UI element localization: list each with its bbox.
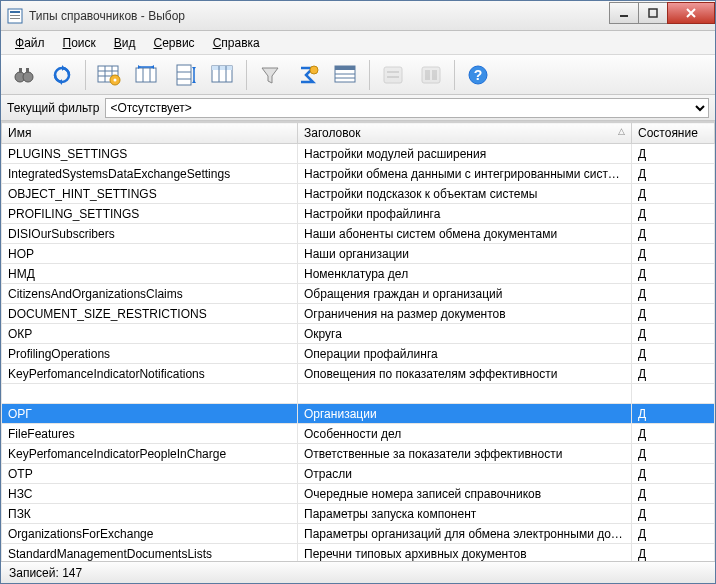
cell-state: Д xyxy=(632,464,715,484)
table-row[interactable]: НМДНоменклатура делД xyxy=(2,264,715,284)
help-button[interactable]: ? xyxy=(461,59,495,91)
cell-title: Номенклатура дел xyxy=(298,264,632,284)
sum-button[interactable] xyxy=(291,59,325,91)
cell-state: Д xyxy=(632,544,715,562)
grid-settings-button[interactable] xyxy=(92,59,126,91)
menu-search[interactable]: Поиск xyxy=(55,33,104,53)
cell-name: CitizensAndOrganizationsClaims xyxy=(2,284,298,304)
data-grid[interactable]: Имя Заголовок△ Состояние PLUGINS_SETTING… xyxy=(1,121,715,561)
records-label: Записей: xyxy=(9,566,59,580)
table-row[interactable]: PROFILING_SETTINGSНастройки профайлингаД xyxy=(2,204,715,224)
menu-service[interactable]: Сервис xyxy=(146,33,203,53)
table-view-button[interactable] xyxy=(329,59,363,91)
table-row[interactable]: CitizensAndOrganizationsClaimsОбращения … xyxy=(2,284,715,304)
column-width-button[interactable] xyxy=(130,59,164,91)
table-row[interactable]: ОТРОтраслиД xyxy=(2,464,715,484)
row-height-icon xyxy=(173,64,197,86)
cell-state: Д xyxy=(632,324,715,344)
binoculars-button[interactable] xyxy=(7,59,41,91)
cell-title: Настройки подсказок к объектам системы xyxy=(298,184,632,204)
cell-name: KeyPerfomanceIndicatorPeopleInCharge xyxy=(2,444,298,464)
form-icon xyxy=(382,65,404,85)
table-row[interactable] xyxy=(2,384,715,404)
close-button[interactable] xyxy=(667,2,715,24)
app-window: Типы справочников - Выбор Файл Поиск Вид… xyxy=(0,0,716,584)
toolbar: ? xyxy=(1,55,715,95)
close-icon xyxy=(685,8,697,18)
menubar: Файл Поиск Вид Сервис Справка xyxy=(1,31,715,55)
cell-state: Д xyxy=(632,224,715,244)
cell-name: OrganizationsForExchange xyxy=(2,524,298,544)
cell-state: Д xyxy=(632,304,715,324)
column-header-title[interactable]: Заголовок△ xyxy=(298,123,632,144)
form-icon xyxy=(420,65,442,85)
cell-state: Д xyxy=(632,524,715,544)
grid-gear-icon xyxy=(97,64,121,86)
form-button-2[interactable] xyxy=(414,59,448,91)
cell-name xyxy=(2,384,298,404)
table-row[interactable]: PLUGINS_SETTINGSНастройки модулей расшир… xyxy=(2,144,715,164)
svg-rect-5 xyxy=(649,9,657,17)
cell-title: Ответственные за показатели эффективност… xyxy=(298,444,632,464)
maximize-button[interactable] xyxy=(638,2,668,24)
table-row[interactable]: НЗСОчередные номера записей справочников… xyxy=(2,484,715,504)
cell-state: Д xyxy=(632,484,715,504)
table-row[interactable]: DISIOurSubscribersНаши абоненты систем о… xyxy=(2,224,715,244)
cell-title: Ограничения на размер документов xyxy=(298,304,632,324)
row-height-button[interactable] xyxy=(168,59,202,91)
cell-title: Особенности дел xyxy=(298,424,632,444)
filter-button[interactable] xyxy=(253,59,287,91)
table-row[interactable]: OrganizationsForExchangeПараметры органи… xyxy=(2,524,715,544)
cell-name: ОТР xyxy=(2,464,298,484)
table-row[interactable]: FileFeaturesОсобенности делД xyxy=(2,424,715,444)
minimize-icon xyxy=(619,8,629,18)
column-header-name[interactable]: Имя xyxy=(2,123,298,144)
cell-name: IntegratedSystemsDataExchangeSettings xyxy=(2,164,298,184)
svg-rect-38 xyxy=(425,70,430,80)
cell-name: НЗС xyxy=(2,484,298,504)
status-bar: Записей: 147 xyxy=(1,561,715,583)
svg-rect-21 xyxy=(177,65,191,85)
column-header-state[interactable]: Состояние xyxy=(632,123,715,144)
cell-name: StandardManagementDocumentsLists xyxy=(2,544,298,562)
cell-title xyxy=(298,384,632,404)
table-row[interactable]: ОРГОрганизацииД xyxy=(2,404,715,424)
cell-state: Д xyxy=(632,164,715,184)
sort-asc-icon: △ xyxy=(618,126,625,136)
sigma-icon xyxy=(297,64,319,86)
table-row[interactable]: StandardManagementDocumentsListsПеречни … xyxy=(2,544,715,562)
table-row[interactable]: НОРНаши организацииД xyxy=(2,244,715,264)
cell-title: Наши организации xyxy=(298,244,632,264)
cell-title: Отрасли xyxy=(298,464,632,484)
table-row[interactable]: KeyPerfomanceIndicatorNotificationsОпове… xyxy=(2,364,715,384)
cell-state: Д xyxy=(632,424,715,444)
table-row[interactable]: ProfilingOperationsОперации профайлингаД xyxy=(2,344,715,364)
svg-rect-9 xyxy=(26,68,29,73)
filter-select[interactable]: <Отсутствует> xyxy=(105,98,709,118)
table-row[interactable]: IntegratedSystemsDataExchangeSettingsНас… xyxy=(2,164,715,184)
svg-rect-2 xyxy=(10,15,20,16)
cell-state: Д xyxy=(632,364,715,384)
menu-view[interactable]: Вид xyxy=(106,33,144,53)
menu-help[interactable]: Справка xyxy=(205,33,268,53)
table-row[interactable]: DOCUMENT_SIZE_RESTRICTIONSОграничения на… xyxy=(2,304,715,324)
minimize-button[interactable] xyxy=(609,2,639,24)
svg-rect-4 xyxy=(620,15,628,17)
toolbar-separator xyxy=(85,60,86,90)
svg-rect-17 xyxy=(136,68,156,82)
cell-name: ProfilingOperations xyxy=(2,344,298,364)
table-row[interactable]: OBJECT_HINT_SETTINGSНастройки подсказок … xyxy=(2,184,715,204)
table-row[interactable]: ОКРОкругаД xyxy=(2,324,715,344)
grid-layout-button[interactable] xyxy=(206,59,240,91)
svg-rect-8 xyxy=(19,68,22,73)
refresh-button[interactable] xyxy=(45,59,79,91)
table-row[interactable]: ПЗКПараметры запуска компонентД xyxy=(2,504,715,524)
cell-state: Д xyxy=(632,284,715,304)
cell-name: PLUGINS_SETTINGS xyxy=(2,144,298,164)
cell-name: PROFILING_SETTINGS xyxy=(2,204,298,224)
table-row[interactable]: KeyPerfomanceIndicatorPeopleInChargeОтве… xyxy=(2,444,715,464)
cell-title: Округа xyxy=(298,324,632,344)
form-button-1[interactable] xyxy=(376,59,410,91)
table-icon xyxy=(334,65,358,85)
menu-file[interactable]: Файл xyxy=(7,33,53,53)
